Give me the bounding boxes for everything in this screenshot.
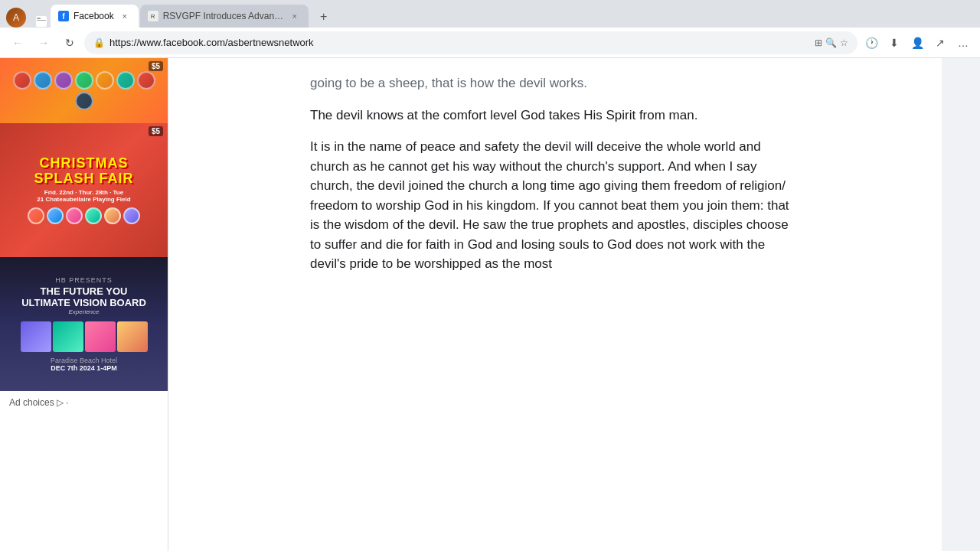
- page-content: $5 $5 CHRISTMASSPLASH FAIR Frid. 22nd · …: [0, 58, 980, 551]
- future-date: DEC 7th 2024 1-4PM: [51, 364, 117, 372]
- ad-choices-bar[interactable]: Ad choices ▷ ·: [0, 391, 168, 414]
- main-content: going to be a sheep, that is how the dev…: [168, 58, 942, 551]
- facebook-favicon: f: [58, 11, 69, 21]
- toolbar-icons: 🕐 ⬇ 👤 ↗ …: [861, 32, 974, 54]
- tab-facebook[interactable]: f Facebook ×: [51, 5, 139, 28]
- christmas-subtext: Frid. 22nd · Thur. 28th · Tue21 Chateaub…: [37, 189, 130, 203]
- reload-button[interactable]: ↻: [58, 31, 81, 54]
- tab-rsvgpf-close[interactable]: ×: [289, 10, 301, 22]
- christmas-title: CHRISTMASSPLASH FAIR: [34, 156, 133, 187]
- tabs-bar: A f Facebook × R RSVGPF Introduces Advan…: [0, 0, 980, 28]
- future-sub: Experience: [68, 308, 99, 315]
- price-badge: $5: [149, 126, 163, 136]
- christmas-ornaments: [28, 207, 140, 224]
- grid-icon[interactable]: ⊞: [815, 37, 822, 48]
- right-sidebar: [942, 58, 980, 551]
- post-paragraph-2-text: It is in the name of peace and safety th…: [310, 139, 789, 271]
- profile-icon: 👤: [911, 37, 924, 49]
- ad-images: $5 $5 CHRISTMASSPLASH FAIR Frid. 22nd · …: [0, 58, 168, 391]
- share-button[interactable]: ↗: [929, 32, 951, 54]
- forward-button[interactable]: →: [32, 31, 55, 54]
- future-presenter: HB Presents: [55, 276, 113, 284]
- tab-facebook-label: Facebook: [74, 11, 114, 21]
- toolbar: ← → ↻ 🔒 https://www.facebook.com/asbertn…: [0, 28, 980, 58]
- back-button[interactable]: ←: [6, 31, 29, 54]
- future-title: THE FUTURE YOUULTIMATE VISION BOARD: [21, 285, 146, 308]
- search-lens-icon[interactable]: 🔍: [825, 37, 837, 48]
- download-button[interactable]: ⬇: [884, 32, 905, 54]
- ad-choices-text: Ad choices ▷ ·: [9, 397, 69, 408]
- profile-button[interactable]: 👤: [906, 32, 928, 54]
- future-venue: Paradise Beach Hotel: [51, 357, 117, 364]
- post-paragraph-2: It is in the name of peace and safety th…: [310, 137, 800, 274]
- browser-chrome: A f Facebook × R RSVGPF Introduces Advan…: [0, 0, 980, 58]
- ad-future[interactable]: HB Presents THE FUTURE YOUULTIMATE VISIO…: [0, 257, 168, 391]
- svg-rect-1: [37, 18, 41, 19]
- avatar[interactable]: A: [6, 8, 26, 28]
- new-tab-button[interactable]: +: [313, 6, 335, 28]
- post-paragraph-1: The devil knows at the comfort level God…: [310, 106, 800, 126]
- bookmark-icon[interactable]: ☆: [840, 37, 848, 48]
- more-button[interactable]: …: [952, 32, 974, 54]
- avatar-initial: A: [13, 12, 19, 23]
- post-paragraph-1-text: The devil knows at the comfort level God…: [310, 108, 697, 122]
- tab-rsvgpf[interactable]: R RSVGPF Introduces Advanced Mo... ×: [140, 5, 309, 28]
- url-text: https://www.facebook.com/asbertnewsnetwo…: [109, 37, 810, 48]
- rsvgpf-favicon: R: [148, 11, 158, 21]
- ad-christmas[interactable]: $5 CHRISTMASSPLASH FAIR Frid. 22nd · Thu…: [0, 123, 168, 257]
- post-container: going to be a sheep, that is how the dev…: [295, 58, 815, 551]
- page-icon: [35, 15, 47, 28]
- post-text-cut: going to be a sheep, that is how the dev…: [310, 73, 800, 93]
- left-sidebar: $5 $5 CHRISTMASSPLASH FAIR Frid. 22nd · …: [0, 58, 168, 551]
- ad-top[interactable]: $5: [0, 58, 168, 123]
- history-button[interactable]: 🕐: [861, 32, 882, 54]
- tab-rsvgpf-label: RSVGPF Introduces Advanced Mo...: [163, 11, 284, 21]
- address-bar-icons: ⊞ 🔍 ☆: [815, 37, 848, 48]
- svg-rect-2: [37, 20, 46, 21]
- tab-facebook-close[interactable]: ×: [119, 10, 131, 22]
- address-bar[interactable]: 🔒 https://www.facebook.com/asbertnewsnet…: [84, 31, 858, 54]
- lock-icon: 🔒: [93, 37, 105, 48]
